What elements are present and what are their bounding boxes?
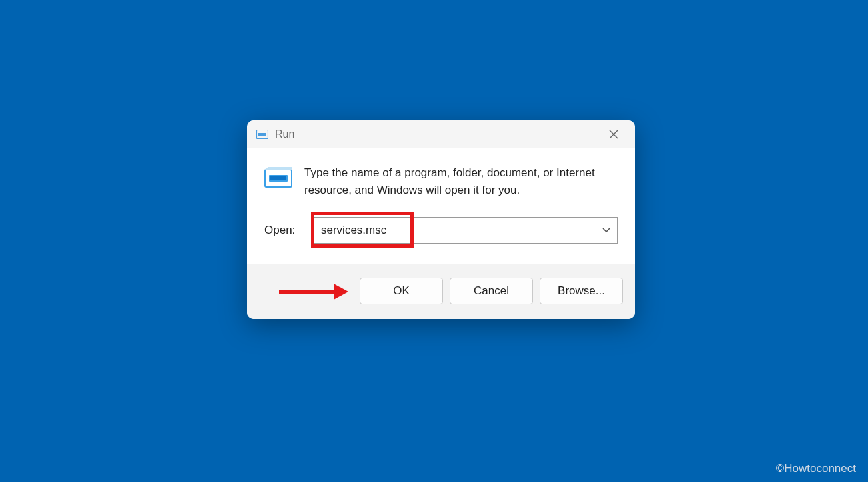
svg-rect-6 [270, 176, 286, 180]
dialog-title: Run [275, 128, 294, 140]
open-input[interactable] [314, 217, 618, 244]
open-label: Open: [264, 224, 303, 237]
annotation-arrow [279, 284, 348, 300]
titlebar-left: Run [256, 128, 294, 140]
open-combobox-wrap [314, 217, 618, 244]
ok-button[interactable]: OK [360, 278, 443, 304]
button-bar: OK Cancel Browse... [247, 264, 635, 319]
dialog-content: Type the name of a program, folder, docu… [247, 148, 635, 264]
cancel-button[interactable]: Cancel [450, 278, 533, 304]
open-row: Open: [264, 217, 618, 244]
run-dialog: Run Type the name of a program, folder, … [247, 120, 635, 319]
close-button[interactable] [603, 124, 624, 145]
run-title-icon [256, 130, 268, 139]
svg-rect-1 [258, 133, 266, 136]
description-row: Type the name of a program, folder, docu… [264, 164, 618, 198]
close-icon [609, 130, 618, 139]
run-icon [264, 167, 292, 190]
dialog-description: Type the name of a program, folder, docu… [304, 164, 618, 198]
titlebar: Run [247, 120, 635, 148]
browse-button[interactable]: Browse... [540, 278, 623, 304]
watermark-text: ©Howtoconnect [776, 462, 856, 475]
